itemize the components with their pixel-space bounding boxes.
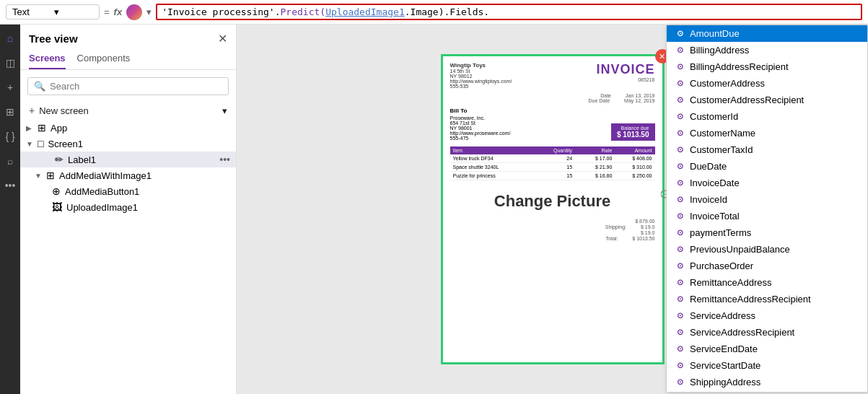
- table-icon[interactable]: ⊞: [2, 104, 18, 120]
- type-selector[interactable]: Text ▾: [6, 4, 100, 19]
- invoice-date-row: Date Jan 13, 2019: [450, 93, 655, 98]
- autocomplete-item[interactable]: ⊙ShippingAddress: [667, 374, 867, 390]
- row3-amount: $ 250.00: [612, 173, 652, 178]
- autocomplete-item[interactable]: ⊙RemittanceAddressRecipient: [667, 291, 867, 307]
- fx-button[interactable]: fx: [114, 6, 123, 17]
- autocomplete-item-label: PurchaseOrder: [690, 261, 860, 271]
- top-bar: Text ▾ = fx ▾ 'Invoice processing'.Predi…: [0, 0, 868, 25]
- code-icon[interactable]: { }: [2, 128, 18, 144]
- left-icon-bar: ⌂ ◫ + ⊞ { } ⌕ •••: [0, 25, 20, 394]
- due-date-value: May 12, 2019: [624, 98, 654, 103]
- autocomplete-item[interactable]: ⊙PurchaseOrder: [667, 258, 867, 274]
- tree-title: Tree view: [29, 32, 78, 45]
- due-date-row: Due Date May 12, 2019: [450, 98, 655, 103]
- arrow-icon: ▼: [35, 172, 43, 180]
- field-icon: ⊙: [674, 178, 685, 188]
- row1-qty: 24: [532, 156, 572, 161]
- autocomplete-item-label: CustomerId: [690, 111, 860, 122]
- new-screen-arrow: ▾: [222, 105, 227, 116]
- table-row-1: Yellow truck DF34 24 $ 17.00 $ 408.00: [450, 154, 655, 163]
- autocomplete-item[interactable]: ⊙AmountDue: [667, 25, 867, 42]
- formula-param: UploadedImage1: [325, 6, 405, 17]
- add-icon[interactable]: +: [2, 79, 18, 95]
- autocomplete-item-label: CustomerAddress: [690, 78, 860, 89]
- autocomplete-item[interactable]: ⊙ServiceEndDate: [667, 341, 867, 357]
- tree-item-label1[interactable]: ✏ Label1 •••: [20, 152, 236, 167]
- from-company: Wingtip Toys: [450, 62, 486, 69]
- autocomplete-item[interactable]: ⊙ServiceAddress: [667, 307, 867, 324]
- col-header-qty: Quantity: [532, 148, 572, 153]
- balance-due-block: Balance due $ 1013.50: [611, 123, 655, 141]
- invoice-title: INVOICE: [596, 62, 654, 77]
- autocomplete-item[interactable]: ⊙CustomerAddressRecipient: [667, 92, 867, 108]
- tree-tabs: Screens Components: [20, 50, 236, 70]
- layers-icon[interactable]: ◫: [2, 55, 18, 71]
- autocomplete-item-label: ServiceAddressRecipient: [690, 327, 860, 338]
- label-icon: ✏: [55, 154, 63, 165]
- more-icon[interactable]: •••: [2, 178, 18, 193]
- autocomplete-item[interactable]: ⊙ServiceAddressRecipient: [667, 324, 867, 341]
- autocomplete-item[interactable]: ⊙paymentTerms: [667, 224, 867, 241]
- main-area: ⌂ ◫ + ⊞ { } ⌕ ••• Tree view ✕ Screens Co…: [0, 25, 868, 394]
- tree-item-uploadedimage[interactable]: 🖼 UploadedImage1: [20, 199, 236, 215]
- search-icon-bar[interactable]: ⌕: [2, 153, 18, 169]
- item-menu-button[interactable]: •••: [219, 154, 230, 165]
- autocomplete-item[interactable]: ⊙PreviousUnpaidBalance: [667, 241, 867, 258]
- search-input[interactable]: [50, 81, 222, 92]
- formula-bar[interactable]: 'Invoice processing'.Predict(UploadedIma…: [156, 4, 862, 20]
- field-icon: ⊙: [674, 245, 685, 254]
- col-header-rate: Rate: [572, 148, 612, 153]
- autocomplete-item[interactable]: ⊙InvoiceId: [667, 191, 867, 208]
- autocomplete-item[interactable]: ⊙CustomerAddress: [667, 75, 867, 92]
- autocomplete-item[interactable]: ⊙DueDate: [667, 158, 867, 175]
- date-value: Jan 13, 2019: [626, 93, 654, 98]
- arrow-icon: ▶: [26, 124, 35, 132]
- autocomplete-panel: ⊙AmountDue⊙BillingAddress⊙BillingAddress…: [666, 25, 868, 393]
- close-button[interactable]: ✕: [218, 32, 227, 45]
- autocomplete-item[interactable]: ⊙ShippingAddressRecipient: [667, 390, 867, 393]
- autocomplete-item[interactable]: ⊙BillingAddress: [667, 42, 867, 58]
- autocomplete-item-label: AmountDue: [690, 28, 860, 39]
- autocomplete-item[interactable]: ⊙RemittanceAddress: [667, 274, 867, 291]
- tree-item-screen1[interactable]: ▼ □ Screen1: [20, 136, 236, 152]
- totals-row-empty1: $ 879.00: [450, 219, 655, 224]
- table-row-2: Space shuttle 3240L 15 $ 21.90 $ 310.00: [450, 163, 655, 172]
- autocomplete-item[interactable]: ⊙CustomerTaxId: [667, 141, 867, 158]
- autocomplete-item[interactable]: ⊙CustomerName: [667, 125, 867, 141]
- addmediabutton-label: AddMediaButton1: [65, 186, 230, 197]
- uploadedimage-label: UploadedImage1: [66, 202, 230, 213]
- home-icon[interactable]: ⌂: [2, 30, 18, 46]
- balance-due-amount: $ 1013.50: [617, 131, 649, 139]
- field-icon: ⊙: [674, 112, 685, 121]
- autocomplete-item-label: ServiceStartDate: [690, 360, 860, 371]
- tab-components[interactable]: Components: [77, 50, 131, 69]
- autocomplete-item[interactable]: ⊙InvoiceTotal: [667, 208, 867, 224]
- autocomplete-item[interactable]: ⊙CustomerId: [667, 108, 867, 125]
- invoice-table: Item Quantity Rate Amount Yellow truck D…: [450, 146, 655, 180]
- new-screen-button[interactable]: + New screen ▾: [20, 101, 236, 120]
- field-icon: ⊙: [674, 294, 685, 304]
- invoice-title-block: INVOICE 085216: [596, 62, 654, 89]
- row1-item: Yellow truck DF34: [453, 156, 532, 161]
- invoice-dates: Date Jan 13, 2019 Due Date May 12, 2019: [443, 92, 662, 105]
- change-picture-label[interactable]: Change Picture: [443, 183, 662, 216]
- row2-item: Space shuttle 3240L: [453, 165, 532, 170]
- autocomplete-item[interactable]: ⊙InvoiceDate: [667, 175, 867, 191]
- search-icon: 🔍: [34, 81, 45, 92]
- tree-item-app[interactable]: ▶ ⊞ App: [20, 120, 236, 136]
- tree-item-addmedia[interactable]: ▼ ⊞ AddMediaWithImage1: [20, 167, 236, 183]
- field-icon: ⊙: [674, 228, 685, 237]
- app-icon: ⊞: [38, 122, 46, 133]
- arrow-icon: ▼: [26, 140, 35, 148]
- tree-item-actions: •••: [219, 154, 230, 165]
- plus-icon: +: [29, 105, 35, 116]
- autocomplete-item[interactable]: ⊙BillingAddressRecipient: [667, 58, 867, 75]
- tab-screens[interactable]: Screens: [29, 50, 66, 69]
- autocomplete-item-label: RemittanceAddress: [690, 277, 860, 288]
- tree-items: ▶ ⊞ App ▼ □ Screen1 ✏ Label1 ••• ▼: [20, 120, 236, 394]
- field-icon: ⊙: [674, 95, 685, 105]
- tree-item-addmediabutton[interactable]: ⊕ AddMediaButton1: [20, 183, 236, 199]
- chevron-icon: ▾: [146, 6, 152, 17]
- equals-sign: =: [104, 6, 110, 17]
- autocomplete-item[interactable]: ⊙ServiceStartDate: [667, 357, 867, 374]
